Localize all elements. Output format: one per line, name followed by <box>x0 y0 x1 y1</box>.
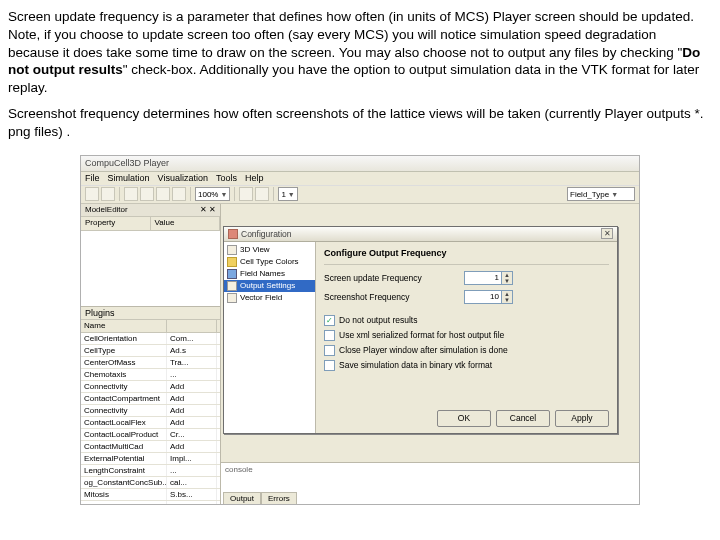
checkbox-label: Close Player window after simulation is … <box>339 345 508 355</box>
table-row[interactable]: ConnectivityAdd <box>81 381 220 393</box>
paragraph-2: Screenshot frequency determines how ofte… <box>8 105 708 141</box>
nav-item[interactable]: Field Names <box>224 268 315 280</box>
menu-visualization[interactable]: Visualization <box>158 173 208 184</box>
nav-item[interactable]: Output Settings <box>224 280 315 292</box>
application-window: CompuCell3D Player File Simulation Visua… <box>80 155 640 505</box>
table-row[interactable]: ContactMultiCadAdd <box>81 441 220 453</box>
configuration-dialog: Configuration ✕ 3D ViewCell Type ColorsF… <box>223 226 618 434</box>
document-text: Screen update frequency is a parameter t… <box>0 0 720 153</box>
window-titlebar: CompuCell3D Player <box>81 156 639 172</box>
toolbar-open-icon[interactable] <box>85 187 99 201</box>
nav-item[interactable]: 3D View <box>224 244 315 256</box>
checkbox-label: Save simulation data in binary vtk forma… <box>339 360 492 370</box>
window-title: CompuCell3D Player <box>85 158 169 168</box>
table-row[interactable]: MitosisS.bs... <box>81 489 220 501</box>
table-row[interactable]: og_ConstantConcSub...cal... <box>81 477 220 489</box>
nav-item[interactable]: Vector Field <box>224 292 315 304</box>
checkbox-icon[interactable] <box>324 360 335 371</box>
zoom-combobox[interactable]: 100%▼ <box>195 187 230 201</box>
toolbar-save-icon[interactable] <box>101 187 115 201</box>
chevron-down-icon[interactable]: ▼ <box>502 278 512 284</box>
ok-button[interactable]: OK <box>437 410 491 427</box>
plugins-table[interactable]: Name CellOrientationCom...CellTypeAd.sCe… <box>81 320 220 504</box>
checkbox-icon[interactable] <box>324 330 335 341</box>
screen-update-label: Screen update Frequency <box>324 273 464 283</box>
cancel-button[interactable]: Cancel <box>496 410 550 427</box>
screenshot-label: Screenshot Frequency <box>324 292 464 302</box>
table-row[interactable]: ExternalPotentialImpl... <box>81 453 220 465</box>
table-row[interactable]: CellOrientationCom... <box>81 333 220 345</box>
console-panel: console Output Errors <box>221 462 639 504</box>
field-combobox[interactable]: Field_Type▼ <box>567 187 635 201</box>
screen-update-spinbox[interactable]: ▲▼ <box>464 271 513 285</box>
table-row[interactable]: CenterOfMassTra... <box>81 357 220 369</box>
table-row[interactable]: ContactCompartmentAdd <box>81 393 220 405</box>
column-property: Property <box>81 217 151 230</box>
toolbar-zoom-in-icon[interactable] <box>239 187 253 201</box>
checkbox-row[interactable]: Save simulation data in binary vtk forma… <box>324 360 609 371</box>
left-panel: ModelEditor ✕ ✕ Property Value Plugins N… <box>81 204 221 504</box>
table-row[interactable]: MitosisSimpleS.bs... <box>81 501 220 504</box>
dialog-titlebar: Configuration ✕ <box>224 227 617 242</box>
toolbar-step-icon[interactable] <box>140 187 154 201</box>
nav-icon <box>227 245 237 255</box>
tab-output[interactable]: Output <box>223 492 261 504</box>
toolbar-pause-icon[interactable] <box>156 187 170 201</box>
table-row[interactable]: CellTypeAd.s <box>81 345 220 357</box>
toolbar-play-icon[interactable] <box>124 187 138 201</box>
dialog-main-panel: Configure Output Frequency Screen update… <box>316 242 617 433</box>
checkbox-icon[interactable]: ✓ <box>324 315 335 326</box>
toolbar: 100%▼ 1▼ Field_Type▼ <box>81 186 639 204</box>
table-row[interactable]: ContactLocalProductCr... <box>81 429 220 441</box>
table-row[interactable]: Chemotaxis... <box>81 369 220 381</box>
checkbox-label: Use xml serialized format for host outpu… <box>339 330 504 340</box>
menubar: File Simulation Visualization Tools Help <box>81 172 639 186</box>
console-text: console <box>221 463 639 476</box>
checkbox-icon[interactable] <box>324 345 335 356</box>
dialog-close-button[interactable]: ✕ <box>601 228 613 239</box>
screenshot-spinbox[interactable]: ▲▼ <box>464 290 513 304</box>
apply-button[interactable]: Apply <box>555 410 609 427</box>
gear-icon <box>228 229 238 239</box>
screenshot-input[interactable] <box>464 290 502 304</box>
model-editor-title: ModelEditor <box>85 205 128 214</box>
chevron-down-icon[interactable]: ▼ <box>502 297 512 303</box>
nav-icon <box>227 293 237 303</box>
nav-item[interactable]: Cell Type Colors <box>224 256 315 268</box>
nav-icon <box>227 269 237 279</box>
nav-icon <box>227 257 237 267</box>
column-descr <box>167 320 217 332</box>
checkbox-row[interactable]: Close Player window after simulation is … <box>324 345 609 356</box>
dialog-nav-list: 3D ViewCell Type ColorsField NamesOutput… <box>224 242 316 433</box>
menu-help[interactable]: Help <box>245 173 264 184</box>
model-editor-header: ModelEditor ✕ ✕ <box>81 204 220 217</box>
toolbar-zoom-out-icon[interactable] <box>255 187 269 201</box>
toolbar-stop-icon[interactable] <box>172 187 186 201</box>
menu-file[interactable]: File <box>85 173 100 184</box>
paragraph-1: Screen update frequency is a parameter t… <box>8 8 708 97</box>
table-row[interactable]: LengthConstraint... <box>81 465 220 477</box>
screen-update-input[interactable] <box>464 271 502 285</box>
group-title: Configure Output Frequency <box>324 248 609 258</box>
p1-text-a: Screen update frequency is a parameter t… <box>8 9 694 60</box>
menu-tools[interactable]: Tools <box>216 173 237 184</box>
model-editor-table: Property Value <box>81 217 220 307</box>
checkbox-label: Do not output results <box>339 315 417 325</box>
checkbox-row[interactable]: Use xml serialized format for host outpu… <box>324 330 609 341</box>
plugins-label: Plugins <box>81 307 220 320</box>
step-combobox[interactable]: 1▼ <box>278 187 298 201</box>
column-value: Value <box>151 217 221 230</box>
menu-simulation[interactable]: Simulation <box>108 173 150 184</box>
table-row[interactable]: ConnectivityAdd <box>81 405 220 417</box>
dialog-title: Configuration <box>241 229 292 239</box>
table-row[interactable]: ContactLocalFlexAdd <box>81 417 220 429</box>
checkbox-row[interactable]: ✓Do not output results <box>324 315 609 326</box>
nav-icon <box>227 281 237 291</box>
column-name: Name <box>81 320 167 332</box>
tab-errors[interactable]: Errors <box>261 492 297 504</box>
dock-close-icon[interactable]: ✕ ✕ <box>200 205 216 214</box>
